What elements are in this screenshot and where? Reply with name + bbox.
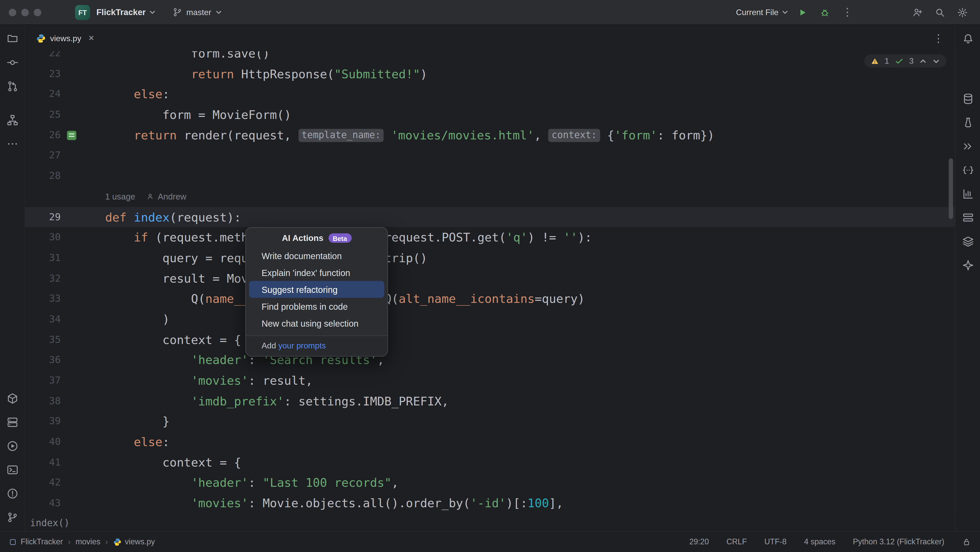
code-line[interactable]: 40 else: bbox=[25, 432, 955, 452]
line-number[interactable]: 24 bbox=[25, 84, 60, 105]
unlock-icon[interactable] bbox=[962, 537, 971, 547]
indent-style[interactable]: 4 spaces bbox=[804, 538, 835, 546]
version-control-tool-button[interactable] bbox=[6, 511, 18, 523]
code-line[interactable]: 24 else: bbox=[25, 84, 955, 105]
ai-assistant-tool-button[interactable] bbox=[962, 116, 974, 129]
line-number[interactable]: 25 bbox=[25, 105, 60, 125]
code-line[interactable]: 41 context = { bbox=[25, 452, 955, 473]
project-tool-button[interactable] bbox=[6, 32, 18, 45]
breadcrumb-file[interactable]: views.py bbox=[113, 538, 155, 546]
structure-tool-button[interactable] bbox=[6, 114, 18, 126]
close-window-icon[interactable] bbox=[9, 8, 16, 16]
code-line[interactable]: 42 'header': "Last 100 records", bbox=[25, 473, 955, 493]
layers-tool-button[interactable] bbox=[962, 235, 974, 248]
run-tool-button[interactable] bbox=[6, 440, 18, 452]
ai-action-explain-index-function[interactable]: Explain 'index' function bbox=[249, 264, 384, 281]
problems-tool-button[interactable] bbox=[6, 487, 18, 500]
ai-action-new-chat-using-selection[interactable]: New chat using selection bbox=[249, 315, 384, 331]
terminal-tool-button[interactable] bbox=[6, 463, 18, 476]
file-encoding[interactable]: UTF-8 bbox=[764, 538, 787, 546]
pull-requests-tool-button[interactable] bbox=[6, 80, 18, 92]
ai-action-find-problems-in-code[interactable]: Find problems in code bbox=[249, 298, 384, 315]
line-number[interactable]: 37 bbox=[25, 371, 60, 391]
code-line[interactable]: 36 'header': 'Search results', bbox=[25, 350, 955, 371]
line-number[interactable]: 42 bbox=[25, 473, 60, 493]
notifications-button[interactable] bbox=[962, 32, 974, 45]
code-line[interactable]: 30 if (request.method == 'POST') and (re… bbox=[25, 227, 955, 248]
author-hint[interactable]: Andrew bbox=[146, 192, 186, 201]
ai-chat-tool-button[interactable] bbox=[962, 259, 974, 272]
line-number[interactable]: 27 bbox=[25, 145, 60, 166]
code-line[interactable]: 29def index(request): bbox=[25, 207, 955, 227]
line-number[interactable]: 30 bbox=[25, 227, 60, 248]
line-number[interactable]: 43 bbox=[25, 493, 60, 514]
caret-position[interactable]: 29:20 bbox=[689, 538, 709, 546]
breadcrumb-scope[interactable]: index() bbox=[25, 515, 955, 531]
line-number[interactable]: 39 bbox=[25, 411, 60, 432]
python-packages-tool-button[interactable] bbox=[6, 392, 18, 405]
line-number[interactable]: 35 bbox=[25, 329, 60, 350]
code-line[interactable]: 43 'movies': Movie.objects.all().order_b… bbox=[25, 493, 955, 514]
debug-button[interactable] bbox=[816, 3, 834, 21]
line-number[interactable]: 26 bbox=[25, 125, 60, 146]
line-number[interactable]: 32 bbox=[25, 268, 60, 288]
build-tool-button[interactable] bbox=[962, 212, 974, 224]
code-line[interactable]: 25 form = MovieForm() bbox=[25, 105, 955, 125]
code-line[interactable]: 22 form.save() bbox=[25, 51, 955, 64]
code-line[interactable]: 34 ) bbox=[25, 309, 955, 329]
python-interpreter[interactable]: Python 3.12 (FlickTracker) bbox=[853, 538, 944, 546]
code-line[interactable]: 26 return render(request, template_name:… bbox=[25, 125, 955, 146]
line-number[interactable]: 36 bbox=[25, 350, 60, 371]
line-ending[interactable]: CRLF bbox=[726, 538, 747, 546]
your-prompts-link[interactable]: your prompts bbox=[278, 341, 326, 350]
maximize-window-icon[interactable] bbox=[34, 8, 41, 16]
profiler-tool-button[interactable] bbox=[962, 188, 974, 200]
tab-views-py[interactable]: views.py ✕ bbox=[30, 25, 100, 51]
breadcrumb-folder[interactable]: movies bbox=[75, 538, 100, 546]
chevron-up-icon[interactable] bbox=[920, 57, 927, 65]
code-line[interactable]: 27 bbox=[25, 145, 955, 166]
code-line[interactable]: 28 bbox=[25, 166, 955, 186]
usages-hint[interactable]: 1 usage bbox=[105, 192, 135, 201]
line-number[interactable]: 31 bbox=[25, 248, 60, 268]
code-with-me-button[interactable] bbox=[908, 3, 926, 21]
code-line[interactable]: 31 query = request.POST.get('q').strip() bbox=[25, 248, 955, 268]
commit-tool-button[interactable] bbox=[6, 56, 18, 69]
close-tab-icon[interactable]: ✕ bbox=[88, 34, 94, 43]
line-number[interactable]: 34 bbox=[25, 309, 60, 329]
line-number[interactable]: 29 bbox=[25, 207, 60, 227]
more-actions-button[interactable]: ⋮ bbox=[838, 3, 856, 21]
python-console-tool-button[interactable] bbox=[962, 140, 974, 153]
database-tool-button[interactable] bbox=[962, 92, 974, 105]
tab-options-button[interactable]: ⋮ bbox=[933, 32, 950, 45]
ai-action-suggest-refactoring[interactable]: Suggest refactoring bbox=[249, 281, 384, 298]
branch-selector[interactable]: master bbox=[172, 7, 222, 17]
services-tool-button[interactable] bbox=[6, 416, 18, 428]
code-line[interactable]: 32 result = Movie.objects.filter( bbox=[25, 268, 955, 288]
inline-prompt-tool-button[interactable] bbox=[962, 164, 974, 177]
line-number[interactable]: 38 bbox=[25, 391, 60, 411]
run-button[interactable] bbox=[794, 3, 811, 21]
editor-scrollbar[interactable] bbox=[949, 158, 953, 219]
line-number[interactable]: 23 bbox=[25, 64, 60, 84]
line-number[interactable]: 33 bbox=[25, 288, 60, 309]
minimize-window-icon[interactable] bbox=[21, 8, 29, 16]
code-line[interactable]: 35 context = { bbox=[25, 329, 955, 350]
line-number[interactable]: 22 bbox=[25, 51, 60, 64]
inspections-widget[interactable]: 1 3 bbox=[864, 54, 946, 68]
run-configuration-selector[interactable]: Current File bbox=[736, 7, 788, 17]
template-gutter-icon[interactable] bbox=[67, 131, 76, 140]
breadcrumb-project[interactable]: FlickTracker bbox=[9, 538, 63, 546]
code-line[interactable]: 33 Q(name__icontains=query) | Q(alt_name… bbox=[25, 288, 955, 309]
more-tool-windows-button[interactable] bbox=[6, 138, 18, 150]
settings-button[interactable] bbox=[954, 3, 971, 21]
ai-action-write-documentation[interactable]: Write documentation bbox=[249, 247, 384, 264]
chevron-down-icon[interactable] bbox=[932, 57, 940, 65]
line-number[interactable]: 41 bbox=[25, 452, 60, 473]
code-line[interactable]: 38 'imdb_prefix': settings.IMDB_PREFIX, bbox=[25, 391, 955, 411]
editor[interactable]: 22 form.save()23 return HttpResponse("Su… bbox=[25, 51, 955, 531]
ai-actions-footer[interactable]: Add your prompts bbox=[246, 335, 387, 356]
search-everywhere-button[interactable] bbox=[931, 3, 948, 21]
line-number[interactable]: 28 bbox=[25, 166, 60, 186]
project-selector[interactable]: FlickTracker bbox=[97, 7, 146, 17]
